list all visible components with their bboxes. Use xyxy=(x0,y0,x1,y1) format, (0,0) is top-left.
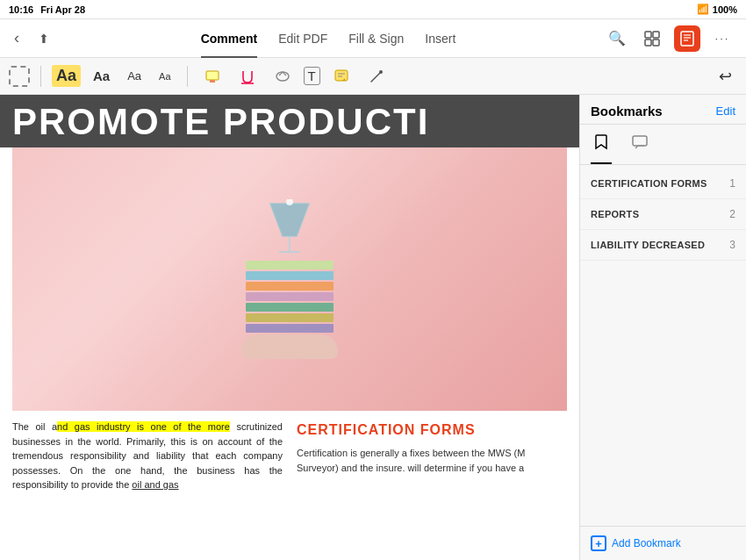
svg-rect-21 xyxy=(633,136,647,146)
text-box-tool[interactable]: T xyxy=(304,67,320,85)
pdf-page: PROMOTE PRODUCTI xyxy=(0,95,579,560)
wifi-icon: 📶 xyxy=(697,4,709,15)
more-dots-icon: ··· xyxy=(715,32,730,45)
hand-shape xyxy=(241,334,338,359)
draw-tool[interactable] xyxy=(362,64,391,89)
svg-rect-0 xyxy=(645,32,651,38)
top-toolbar: ‹ ⬆ Comment Edit PDF Fill & Sign Insert … xyxy=(0,19,746,58)
svg-point-11 xyxy=(276,72,289,81)
bookmark-panel-button[interactable] xyxy=(674,25,700,52)
separator-2 xyxy=(187,66,188,87)
svg-rect-4 xyxy=(681,32,693,46)
grid-button[interactable] xyxy=(639,25,665,52)
text-size-medium[interactable]: Aa xyxy=(88,65,115,87)
back-button[interactable]: ‹ xyxy=(11,25,23,51)
main-area: PROMOTE PRODUCTI xyxy=(0,95,746,560)
pdf-content: PROMOTE PRODUCTI xyxy=(0,95,579,560)
status-day: Fri Apr 28 xyxy=(40,4,85,15)
bookmark-list: CERTIFICATION FORMS 1 REPORTS 2 LIABILIT… xyxy=(580,165,746,526)
add-bookmark-label: Add Bookmark xyxy=(612,537,681,549)
sidebar-title: Bookmarks xyxy=(591,104,663,118)
bookmark-item-cert-forms[interactable]: CERTIFICATION FORMS 1 xyxy=(580,169,746,199)
pdf-heading-bar: PROMOTE PRODUCTI xyxy=(0,95,579,147)
separator-1 xyxy=(40,66,41,87)
svg-rect-12 xyxy=(335,70,348,81)
bookmark-label-reports: REPORTS xyxy=(591,209,722,219)
more-options-button[interactable]: ··· xyxy=(709,25,735,52)
bookmark-item-liability[interactable]: LIABILITY DECREASED 3 xyxy=(580,230,746,261)
text-size-large[interactable]: Aa xyxy=(52,65,81,87)
tab-comments[interactable] xyxy=(629,130,650,164)
right-section-body: Certification is generally a fixes betwe… xyxy=(297,446,567,475)
right-section-heading: CERTIFICATION FORMS xyxy=(297,420,567,441)
undo-button[interactable]: ↩ xyxy=(714,63,737,90)
sidebar-header: Bookmarks Edit xyxy=(580,95,746,125)
text-before-highlight: The oil a xyxy=(12,421,57,432)
svg-rect-2 xyxy=(645,39,651,46)
tab-insert[interactable]: Insert xyxy=(425,28,455,49)
pdf-body-right: CERTIFICATION FORMS Certification is gen… xyxy=(297,420,567,492)
add-bookmark-button[interactable]: + Add Bookmark xyxy=(591,535,681,551)
bookmark-num-liability: 3 xyxy=(729,239,735,251)
selection-tool[interactable] xyxy=(9,66,30,87)
tab-edit-pdf[interactable]: Edit PDF xyxy=(278,28,327,49)
sidebar-bookmarks: Bookmarks Edit CERTIFICATION FORMS 1 xyxy=(579,95,746,560)
svg-rect-1 xyxy=(653,32,659,38)
add-bookmark-area: + Add Bookmark xyxy=(580,526,746,560)
underline-tool[interactable] xyxy=(233,64,262,89)
bookmark-label-cert-forms: CERTIFICATION FORMS xyxy=(591,178,722,189)
battery-icon: 100% xyxy=(713,4,737,15)
svg-point-15 xyxy=(379,70,383,74)
tab-fill-sign[interactable]: Fill & Sign xyxy=(348,28,404,49)
sticky-note-tool[interactable] xyxy=(327,64,355,89)
status-bar: 10:16 Fri Apr 28 📶 100% xyxy=(0,0,746,19)
books-stack xyxy=(246,261,334,333)
add-bookmark-icon: + xyxy=(591,535,606,551)
bookmark-num-cert-forms: 1 xyxy=(729,177,735,190)
sidebar-edit-button[interactable]: Edit xyxy=(716,104,735,118)
highlight-tool[interactable] xyxy=(198,64,226,89)
bookmark-label-liability: LIABILITY DECREASED xyxy=(591,240,722,250)
cocktail-glass-svg xyxy=(263,199,316,269)
tab-comment[interactable]: Comment xyxy=(201,28,258,49)
pdf-main-heading: PROMOTE PRODUCTI xyxy=(12,104,567,140)
text-size-small[interactable]: Aa xyxy=(122,66,147,86)
illustration xyxy=(241,199,338,359)
annotation-toolbar: Aa Aa Aa Aa T ↩ xyxy=(0,58,746,95)
svg-rect-9 xyxy=(210,80,215,83)
text-size-tiny[interactable]: Aa xyxy=(154,68,176,85)
sidebar-tabs xyxy=(580,125,746,165)
status-time: 10:16 xyxy=(9,4,33,15)
search-button[interactable]: 🔍 xyxy=(604,25,630,52)
pdf-main-image xyxy=(12,147,567,411)
share-button[interactable]: ⬆ xyxy=(35,28,53,49)
pdf-text-section: The oil and gas industry is one of the m… xyxy=(0,411,579,501)
bookmark-num-reports: 2 xyxy=(729,208,735,220)
eraser-tool[interactable] xyxy=(269,64,297,89)
pdf-body-left: The oil and gas industry is one of the m… xyxy=(12,420,283,492)
svg-rect-8 xyxy=(206,71,219,80)
tab-bookmarks[interactable] xyxy=(591,130,612,164)
bookmark-item-reports[interactable]: REPORTS 2 xyxy=(580,199,746,230)
highlighted-text: nd gas industry is one of the more xyxy=(57,421,230,432)
svg-rect-3 xyxy=(653,39,659,46)
